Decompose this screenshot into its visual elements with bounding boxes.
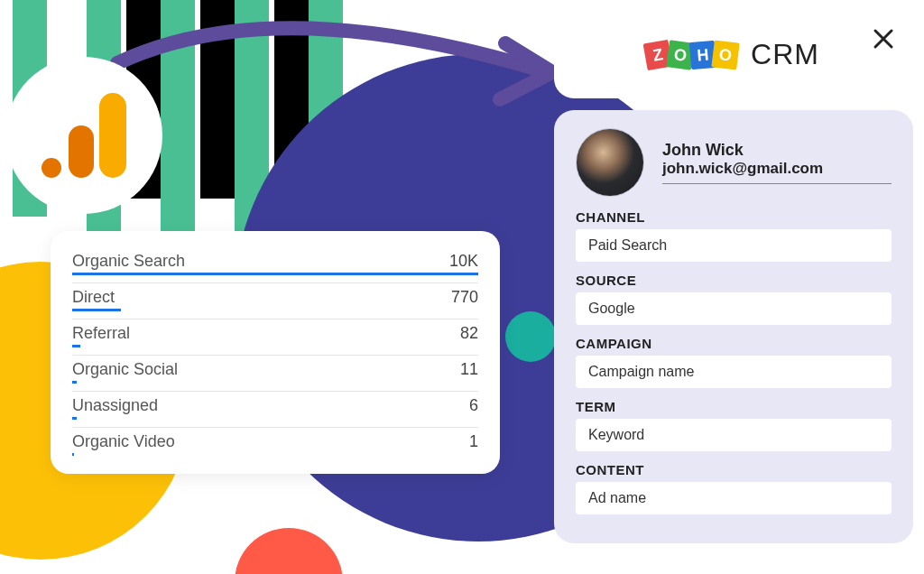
analytics-channel-value: 11 bbox=[460, 360, 478, 379]
analytics-channel-value: 1 bbox=[469, 432, 478, 451]
analytics-channel-label: Organic Video bbox=[72, 432, 175, 451]
analytics-channel-value: 6 bbox=[469, 396, 478, 415]
google-analytics-badge bbox=[5, 57, 162, 214]
teal-dot-shape bbox=[505, 311, 556, 362]
red-dot-shape bbox=[235, 528, 343, 574]
lead-field-block: CAMPAIGN bbox=[576, 336, 892, 388]
analytics-row: Organic Video 1 bbox=[72, 428, 478, 453]
analytics-bar-track bbox=[72, 453, 478, 456]
analytics-channel-value: 82 bbox=[460, 324, 478, 343]
lead-field-input[interactable] bbox=[576, 356, 892, 388]
crm-brand-text: CRM bbox=[751, 38, 819, 71]
analytics-bar-track bbox=[72, 381, 478, 384]
analytics-channel-label: Unassigned bbox=[72, 396, 158, 415]
crm-header-card: Z O H O CRM bbox=[554, 11, 913, 98]
analytics-channel-label: Referral bbox=[72, 324, 130, 343]
lead-field-block: SOURCE bbox=[576, 273, 892, 325]
lead-info: John Wick john.wick@gmail.com bbox=[662, 141, 892, 184]
analytics-channels-panel: Organic Search 10K Direct 770 Referral 8… bbox=[51, 231, 500, 474]
analytics-channel-value: 10K bbox=[449, 252, 478, 271]
lead-field-label: SOURCE bbox=[576, 273, 892, 288]
lead-field-block: CONTENT bbox=[576, 462, 892, 514]
analytics-channel-label: Direct bbox=[72, 288, 115, 307]
lead-field-block: CHANNEL bbox=[576, 209, 892, 262]
analytics-bar-track bbox=[72, 273, 478, 275]
analytics-row: Direct 770 bbox=[72, 283, 478, 309]
analytics-channel-label: Organic Social bbox=[72, 360, 178, 379]
analytics-bar-track bbox=[72, 345, 478, 347]
lead-field-input[interactable] bbox=[576, 229, 892, 262]
lead-field-input[interactable] bbox=[576, 419, 892, 451]
lead-field-input[interactable] bbox=[576, 482, 892, 514]
lead-field-label: CHANNEL bbox=[576, 209, 892, 225]
lead-header: John Wick john.wick@gmail.com bbox=[576, 128, 892, 197]
zoho-crm-logo: Z O H O CRM bbox=[648, 38, 819, 71]
close-button[interactable] bbox=[868, 23, 899, 54]
lead-name: John Wick bbox=[662, 141, 892, 160]
google-analytics-icon bbox=[42, 93, 126, 178]
lead-avatar bbox=[576, 128, 644, 197]
analytics-bar-track bbox=[72, 417, 478, 420]
lead-email: john.wick@gmail.com bbox=[662, 160, 892, 178]
lead-field-label: TERM bbox=[576, 399, 892, 414]
lead-field-label: CONTENT bbox=[576, 462, 892, 477]
lead-field-label: CAMPAIGN bbox=[576, 336, 892, 351]
lead-field-input[interactable] bbox=[576, 292, 892, 325]
crm-lead-card: John Wick john.wick@gmail.com CHANNEL SO… bbox=[554, 110, 913, 543]
analytics-channel-value: 770 bbox=[451, 288, 478, 307]
analytics-row: Organic Social 11 bbox=[72, 356, 478, 381]
close-icon bbox=[872, 27, 895, 51]
analytics-row: Organic Search 10K bbox=[72, 247, 478, 273]
flow-arrow bbox=[108, 9, 578, 135]
analytics-row: Referral 82 bbox=[72, 319, 478, 345]
analytics-row: Unassigned 6 bbox=[72, 392, 478, 417]
lead-field-block: TERM bbox=[576, 399, 892, 451]
zoho-icon: Z O H O bbox=[648, 42, 738, 69]
analytics-channel-label: Organic Search bbox=[72, 252, 185, 271]
analytics-bar-track bbox=[72, 309, 478, 311]
